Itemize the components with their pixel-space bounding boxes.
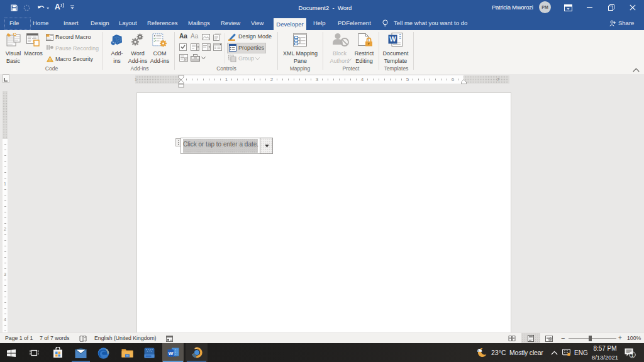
- svg-text:W: W: [169, 351, 174, 356]
- svg-text:W: W: [389, 35, 396, 43]
- svg-text:1: 1: [631, 353, 634, 358]
